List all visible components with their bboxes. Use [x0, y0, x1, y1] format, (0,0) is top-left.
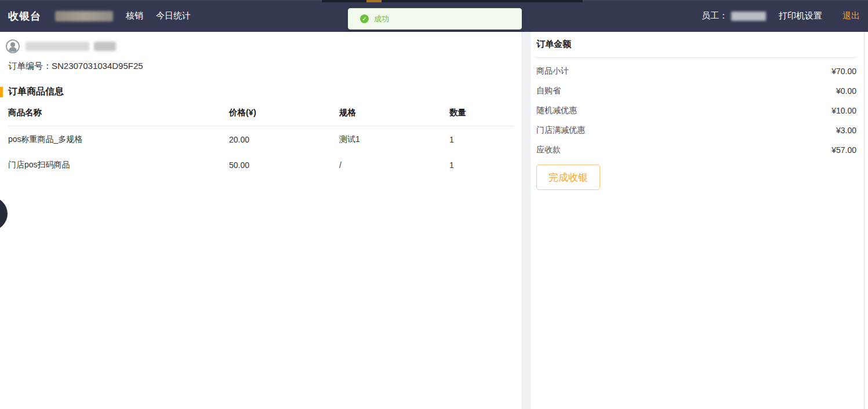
- col-header-name: 商品名称: [8, 101, 229, 126]
- summary-row-amount-due: 应收款 ¥57.00: [531, 140, 868, 160]
- cell-price: 50.00: [229, 152, 339, 177]
- background-window-strip-orange: [366, 0, 382, 2]
- summary-value: ¥3.00: [836, 126, 856, 135]
- summary-value: ¥10.00: [831, 106, 856, 115]
- summary-label: 商品小计: [536, 66, 569, 76]
- order-number-line: 订单编号：SN2307031034D95F25: [8, 61, 521, 72]
- cell-name: pos称重商品_多规格: [8, 126, 229, 152]
- summary-row-self-purchase-saving: 自购省 ¥0.00: [531, 81, 868, 101]
- success-toast: ✓ 成功: [348, 8, 522, 30]
- order-number-value: SN2307031034D95F25: [52, 61, 143, 71]
- printer-settings-button[interactable]: 打印机设置: [779, 10, 822, 21]
- order-number-label: 订单编号：: [8, 61, 52, 71]
- summary-value: ¥57.00: [831, 145, 856, 155]
- goods-table: 商品名称 价格(¥) 规格 数量 pos称重商品_多规格 20.00 测试1 1…: [8, 101, 514, 177]
- nav-item-verification[interactable]: 核销: [126, 10, 143, 21]
- col-header-qty: 数量: [449, 101, 514, 126]
- toast-message: 成功: [374, 14, 389, 24]
- customer-name-redacted-2: [94, 42, 116, 51]
- summary-value: ¥70.00: [831, 67, 856, 76]
- right-edge-line: [864, 32, 865, 409]
- app-title[interactable]: 收银台: [8, 9, 41, 23]
- section-title: 订单商品信息: [0, 86, 521, 98]
- order-amount-panel: 订单金额 商品小计 ¥70.00 自购省 ¥0.00 随机减优惠 ¥10.00 …: [531, 32, 868, 409]
- cell-qty: 1: [449, 152, 514, 177]
- cell-name: 门店pos扫码商品: [8, 152, 229, 177]
- logout-button[interactable]: 退出: [842, 10, 860, 21]
- table-row: pos称重商品_多规格 20.00 测试1 1: [8, 126, 514, 152]
- table-row: 门店pos扫码商品 50.00 / 1: [8, 152, 514, 177]
- summary-row-store-full-discount: 门店满减优惠 ¥3.00: [531, 120, 868, 140]
- col-header-spec: 规格: [339, 101, 449, 126]
- summary-label: 自购省: [536, 86, 561, 96]
- nav-item-today-stats[interactable]: 今日统计: [156, 10, 191, 21]
- cell-qty: 1: [449, 126, 514, 152]
- cell-price: 20.00: [229, 126, 339, 152]
- topbar-right: 员工： 打印机设置 退出: [702, 10, 868, 21]
- user-avatar-icon: [6, 39, 20, 53]
- background-window-strip: [322, 0, 583, 2]
- cell-spec: /: [339, 152, 449, 177]
- store-name-redacted: [55, 11, 113, 21]
- summary-row-subtotal: 商品小计 ¥70.00: [531, 61, 868, 81]
- summary-label: 门店满减优惠: [536, 125, 585, 136]
- customer-row: [6, 39, 521, 53]
- section-title-text: 订单商品信息: [8, 86, 64, 98]
- summary-rows: 商品小计 ¥70.00 自购省 ¥0.00 随机减优惠 ¥10.00 门店满减优…: [531, 58, 868, 160]
- cell-spec: 测试1: [339, 126, 449, 152]
- main-content: 订单编号：SN2307031034D95F25 订单商品信息 商品名称 价格(¥…: [0, 32, 868, 409]
- col-header-price: 价格(¥): [229, 101, 339, 126]
- summary-value: ¥0.00: [836, 86, 856, 96]
- section-accent-bar: [0, 87, 3, 97]
- panel-divider: [521, 32, 531, 409]
- employee-label: 员工：: [702, 10, 728, 21]
- customer-name-redacted: [26, 42, 89, 51]
- summary-label: 随机减优惠: [536, 105, 577, 116]
- complete-checkout-button[interactable]: 完成收银: [536, 165, 600, 190]
- goods-table-header: 商品名称 价格(¥) 规格 数量: [8, 101, 514, 126]
- employee-name-redacted: [731, 12, 766, 21]
- summary-title: 订单金额: [531, 32, 868, 57]
- summary-row-random-discount: 随机减优惠 ¥10.00: [531, 101, 868, 120]
- order-detail-panel: 订单编号：SN2307031034D95F25 订单商品信息 商品名称 价格(¥…: [0, 32, 521, 409]
- success-check-icon: ✓: [360, 14, 369, 23]
- summary-label: 应收款: [536, 145, 561, 155]
